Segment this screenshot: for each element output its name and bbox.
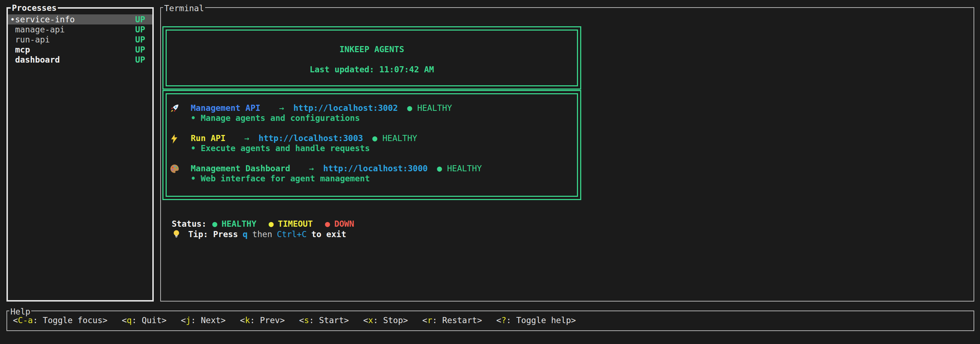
- tip-key-q: q: [242, 230, 248, 239]
- tip-line: Tip: PressqthenCtrl+Cto exit: [172, 229, 346, 239]
- service-url[interactable]: http://localhost:3002: [293, 103, 398, 113]
- action-label: Stop: [383, 315, 403, 325]
- legend-healthy: HEALTHY: [222, 219, 256, 229]
- help-item-quit: <q: Quit>: [122, 315, 167, 325]
- tip-middle: then: [252, 230, 272, 239]
- service-health-status: HEALTHY: [417, 103, 452, 113]
- timeout-dot-icon: ●: [269, 219, 274, 229]
- key-label: C-a: [18, 315, 33, 325]
- process-name: service-info: [15, 14, 135, 24]
- key-label: x: [368, 315, 373, 325]
- action-label: Quit: [142, 315, 161, 325]
- action-label: Restart: [442, 315, 477, 325]
- action-label: Toggle help: [516, 315, 571, 325]
- legend-down: DOWN: [334, 219, 354, 229]
- process-name: manage-api: [15, 24, 135, 35]
- selection-marker: •: [10, 14, 15, 24]
- arrow-right-icon: →: [309, 164, 314, 173]
- zap-icon: [170, 133, 191, 144]
- process-row-manage-api[interactable]: manage-api UP: [8, 24, 152, 35]
- process-row-run-api[interactable]: run-api UP: [8, 35, 152, 45]
- service-description: • Execute agents and handle requests: [191, 143, 577, 153]
- process-list: • service-info UP manage-api UP run-api …: [8, 9, 152, 65]
- help-item-toggle-focus: <C-a: Toggle focus>: [13, 315, 107, 325]
- service-row-management-api: Management API→http://localhost:3002●HEA…: [170, 103, 577, 123]
- process-row-mcp[interactable]: mcp UP: [8, 45, 152, 55]
- process-status-badge: UP: [135, 14, 145, 24]
- help-item-prev: <k: Prev>: [240, 315, 285, 325]
- key-label: j: [186, 315, 191, 325]
- process-status-badge: UP: [135, 55, 145, 65]
- help-keybindings: <C-a: Toggle focus> <q: Quit> <j: Next> …: [7, 311, 974, 325]
- process-row-dashboard[interactable]: dashboard UP: [8, 55, 152, 65]
- services-box: Management API→http://localhost:3002●HEA…: [162, 90, 581, 200]
- help-item-start: <s: Start>: [299, 315, 349, 325]
- process-status-badge: UP: [135, 35, 145, 45]
- action-label: Toggle focus: [43, 315, 102, 325]
- health-dot-icon: ●: [437, 164, 442, 173]
- service-label: Management Dashboard: [191, 164, 290, 173]
- key-label: ?: [501, 315, 506, 325]
- action-label: Prev: [260, 315, 280, 325]
- arrow-right-icon: →: [244, 133, 249, 143]
- service-description: • Manage agents and configurations: [191, 113, 577, 123]
- banner-title: INKEEP AGENTS: [167, 44, 577, 54]
- tip-suffix: to exit: [312, 230, 346, 239]
- app-root: Processes • service-info UP manage-api U…: [0, 0, 980, 344]
- process-row-service-info[interactable]: • service-info UP: [8, 14, 152, 24]
- key-label: r: [427, 315, 432, 325]
- service-url[interactable]: http://localhost:3003: [259, 133, 363, 143]
- service-url[interactable]: http://localhost:3000: [323, 164, 428, 173]
- service-health-status: HEALTHY: [447, 164, 482, 173]
- rocket-icon: [170, 103, 191, 114]
- help-panel-title: Help: [10, 307, 31, 317]
- terminal-panel[interactable]: Terminal INKEEP AGENTS Last updated: 11:…: [160, 7, 974, 302]
- bulb-icon: [172, 229, 183, 239]
- help-item-toggle-help: <?: Toggle help>: [496, 315, 576, 325]
- help-item-stop: <x: Stop>: [363, 315, 408, 325]
- help-item-restart: <r: Restart>: [422, 315, 482, 325]
- terminal-panel-title: Terminal: [163, 3, 205, 13]
- arrow-right-icon: →: [279, 103, 284, 113]
- service-label: Run API: [191, 133, 226, 143]
- banner-box: INKEEP AGENTS Last updated: 11:07:42 AM: [162, 26, 581, 90]
- help-panel: Help <C-a: Toggle focus> <q: Quit> <j: N…: [6, 310, 974, 331]
- key-label: s: [304, 315, 309, 325]
- legend-timeout: TIMEOUT: [278, 219, 313, 229]
- health-dot-icon: ●: [407, 103, 412, 113]
- processes-panel-title: Processes: [11, 3, 58, 13]
- service-row-run-api: Run API→http://localhost:3003●HEALTHY • …: [170, 133, 577, 153]
- health-dot-icon: ●: [372, 133, 377, 143]
- key-label: q: [127, 315, 132, 325]
- banner-last-updated: Last updated: 11:07:42 AM: [167, 64, 577, 75]
- process-status-badge: UP: [135, 24, 145, 35]
- action-label: Start: [319, 315, 344, 325]
- service-row-management-dashboard: Management Dashboard→http://localhost:30…: [170, 163, 577, 184]
- process-name: dashboard: [15, 55, 135, 65]
- palette-icon: [170, 164, 191, 174]
- key-label: k: [245, 315, 250, 325]
- legend-label: Status:: [172, 219, 207, 229]
- process-status-badge: UP: [135, 45, 145, 55]
- process-name: mcp: [15, 45, 135, 55]
- service-description: • Web interface for agent management: [191, 173, 577, 184]
- healthy-dot-icon: ●: [212, 219, 217, 229]
- process-name: run-api: [15, 35, 135, 45]
- service-health-status: HEALTHY: [382, 133, 417, 143]
- service-label: Management API: [191, 103, 261, 113]
- tip-combo-ctrl-c: Ctrl+C: [277, 230, 307, 239]
- status-legend: Status:●HEALTHY●TIMEOUT●DOWN: [172, 219, 366, 229]
- help-item-next: <j: Next>: [181, 315, 226, 325]
- down-dot-icon: ●: [325, 219, 330, 229]
- action-label: Next: [201, 315, 221, 325]
- processes-panel: Processes • service-info UP manage-api U…: [6, 7, 154, 302]
- tip-prefix: Tip: Press: [188, 230, 238, 239]
